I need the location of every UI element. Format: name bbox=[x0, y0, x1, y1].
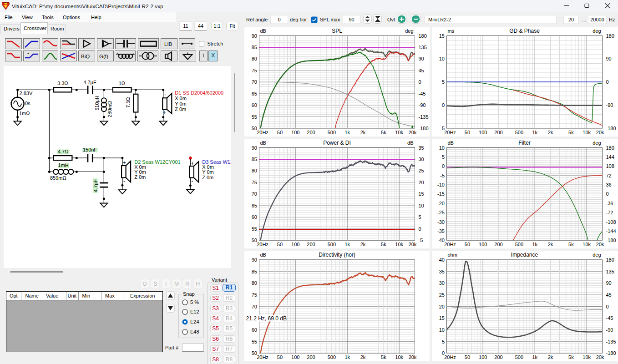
svg-text:40: 40 bbox=[439, 257, 445, 263]
svg-text:-: - bbox=[165, 91, 167, 98]
svg-text:-90: -90 bbox=[606, 327, 613, 333]
svg-text:LIB: LIB bbox=[164, 41, 172, 47]
svg-text:Power & DI: Power & DI bbox=[323, 140, 351, 146]
svg-text:55: 55 bbox=[252, 114, 257, 120]
svg-text:+: + bbox=[191, 160, 194, 167]
svg-text:-15: -15 bbox=[437, 191, 445, 197]
svg-text:50: 50 bbox=[277, 354, 283, 360]
svg-text:1mΩ: 1mΩ bbox=[19, 111, 30, 116]
svg-text:ohm: ohm bbox=[448, 252, 457, 258]
svg-text:BiQ: BiQ bbox=[81, 54, 90, 59]
svg-text:135: 135 bbox=[419, 45, 427, 50]
svg-text:60: 60 bbox=[252, 214, 257, 220]
svg-text:55: 55 bbox=[252, 339, 257, 344]
svg-text:0: 0 bbox=[419, 226, 421, 232]
svg-text:5k: 5k bbox=[381, 354, 386, 360]
svg-text:5k: 5k bbox=[381, 130, 386, 135]
svg-text:D3 Seas W12CY001: D3 Seas W12CY001 bbox=[202, 159, 231, 165]
svg-text:10k: 10k bbox=[395, 354, 403, 360]
svg-text:180: 180 bbox=[606, 33, 614, 39]
svg-text:72: 72 bbox=[606, 173, 612, 178]
svg-text:90: 90 bbox=[606, 56, 612, 61]
svg-text:1mH: 1mH bbox=[58, 162, 69, 168]
svg-text:-135: -135 bbox=[606, 339, 616, 344]
svg-text:-90: -90 bbox=[606, 102, 613, 108]
svg-text:ms: ms bbox=[448, 28, 455, 34]
svg-text:500: 500 bbox=[328, 354, 336, 360]
svg-text:1k: 1k bbox=[344, 354, 350, 360]
svg-text:180: 180 bbox=[606, 145, 614, 151]
svg-text:150nF: 150nF bbox=[83, 147, 97, 152]
svg-text:90: 90 bbox=[252, 257, 257, 263]
svg-text:10k: 10k bbox=[583, 242, 591, 247]
svg-text:2k: 2k bbox=[548, 130, 553, 135]
svg-text:deg: deg bbox=[593, 252, 601, 258]
svg-text:50: 50 bbox=[252, 126, 257, 131]
svg-text:20Hz: 20Hz bbox=[444, 130, 456, 135]
svg-text:-180: -180 bbox=[606, 126, 616, 131]
svg-text:85: 85 bbox=[252, 45, 257, 50]
svg-text:80: 80 bbox=[252, 280, 257, 286]
svg-text:X 0m: X 0m bbox=[175, 96, 187, 101]
svg-text:-20: -20 bbox=[437, 201, 445, 206]
svg-text:80: 80 bbox=[252, 56, 257, 61]
svg-text:510μH: 510μH bbox=[94, 96, 100, 111]
svg-text:859mΩ: 859mΩ bbox=[50, 175, 66, 181]
svg-text:200: 200 bbox=[494, 130, 502, 135]
svg-text:-35: -35 bbox=[437, 228, 445, 234]
svg-text:SPL: SPL bbox=[332, 28, 342, 34]
svg-text:-135: -135 bbox=[419, 114, 429, 120]
svg-text:20Hz: 20Hz bbox=[444, 242, 456, 247]
svg-text:1k: 1k bbox=[344, 242, 350, 247]
svg-text:-144: -144 bbox=[606, 228, 616, 234]
svg-text:2k: 2k bbox=[360, 354, 366, 360]
svg-text:dB: dB bbox=[260, 140, 266, 146]
svg-text:50: 50 bbox=[465, 130, 470, 135]
svg-text:20: 20 bbox=[419, 180, 424, 185]
svg-text:10: 10 bbox=[439, 145, 445, 151]
svg-text:144: 144 bbox=[606, 154, 614, 160]
svg-text:500: 500 bbox=[515, 242, 523, 247]
svg-text:20k: 20k bbox=[596, 130, 604, 135]
svg-text:50: 50 bbox=[277, 242, 283, 247]
svg-text:0: 0 bbox=[606, 304, 609, 309]
svg-text:0: 0 bbox=[442, 102, 445, 108]
svg-text:dB: dB bbox=[260, 28, 266, 34]
svg-text:5k: 5k bbox=[381, 242, 386, 247]
svg-text:-5: -5 bbox=[440, 173, 445, 178]
svg-text:3.3Ω: 3.3Ω bbox=[57, 81, 68, 86]
svg-text:-108: -108 bbox=[606, 219, 616, 225]
svg-text:10k: 10k bbox=[395, 242, 403, 247]
svg-text:65: 65 bbox=[252, 91, 257, 96]
svg-text:D2 Seas W12CY001: D2 Seas W12CY001 bbox=[134, 159, 181, 165]
svg-text:-40: -40 bbox=[437, 238, 445, 243]
svg-text:1k: 1k bbox=[532, 354, 537, 360]
svg-text:2k: 2k bbox=[360, 130, 366, 135]
svg-text:30: 30 bbox=[439, 280, 445, 286]
svg-text:45: 45 bbox=[606, 292, 612, 298]
svg-text:0s: 0s bbox=[25, 101, 30, 106]
svg-text:deg: deg bbox=[405, 28, 413, 34]
svg-text:2k: 2k bbox=[548, 242, 553, 247]
svg-text:200: 200 bbox=[307, 130, 315, 135]
svg-text:20k: 20k bbox=[409, 242, 417, 247]
svg-text:85: 85 bbox=[252, 269, 257, 274]
svg-text:45: 45 bbox=[419, 68, 424, 73]
svg-text:75: 75 bbox=[252, 68, 257, 73]
svg-text:D1 SS D2004/602000: D1 SS D2004/602000 bbox=[175, 90, 223, 96]
svg-text:0: 0 bbox=[606, 79, 609, 85]
svg-text:90: 90 bbox=[419, 56, 424, 61]
svg-text:35: 35 bbox=[419, 145, 424, 151]
svg-text:GD & Phase: GD & Phase bbox=[509, 28, 540, 34]
svg-text:10k: 10k bbox=[583, 354, 591, 360]
svg-text:20Hz: 20Hz bbox=[257, 242, 268, 247]
svg-text:5: 5 bbox=[442, 154, 445, 160]
svg-text:50: 50 bbox=[277, 130, 283, 135]
svg-text:200: 200 bbox=[307, 242, 315, 247]
svg-text:20k: 20k bbox=[596, 242, 604, 247]
svg-text:500: 500 bbox=[328, 130, 336, 135]
svg-text:500: 500 bbox=[515, 130, 523, 135]
svg-text:200: 200 bbox=[494, 242, 502, 247]
svg-text:-180: -180 bbox=[606, 350, 616, 356]
svg-text:100: 100 bbox=[479, 130, 487, 135]
